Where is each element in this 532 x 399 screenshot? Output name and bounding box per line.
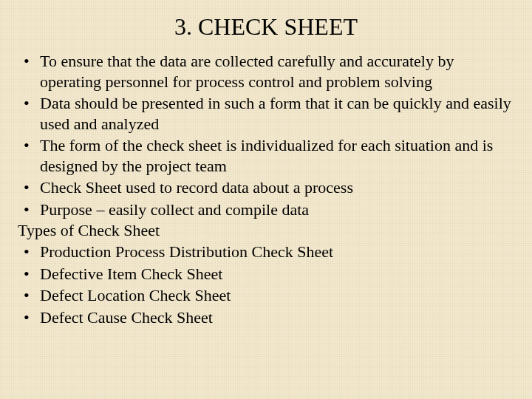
slide-title: 3. CHECK SHEET [18, 13, 514, 41]
subheading-types: Types of Check Sheet [18, 221, 514, 240]
list-item: Check Sheet used to record data about a … [18, 177, 514, 198]
list-item: Defective Item Check Sheet [18, 264, 514, 284]
bullet-list-main: To ensure that the data are collected ca… [18, 51, 514, 219]
list-item: Defect Location Check Sheet [18, 285, 514, 306]
list-item: Defect Cause Check Sheet [18, 307, 514, 328]
bullet-list-types: Production Process Distribution Check Sh… [18, 242, 514, 327]
list-item: To ensure that the data are collected ca… [18, 51, 514, 92]
list-item: Data should be presented in such a form … [18, 93, 514, 134]
list-item: Production Process Distribution Check Sh… [18, 242, 514, 262]
list-item: Purpose – easily collect and compile dat… [18, 200, 514, 220]
list-item: The form of the check sheet is individua… [18, 135, 514, 176]
